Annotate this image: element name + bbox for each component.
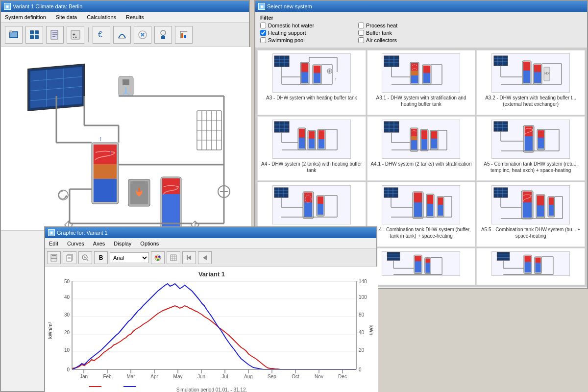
svg-rect-278	[525, 256, 531, 262]
system-card-a61[interactable]	[367, 248, 476, 286]
system-card-a55[interactable]: A5.5 - Combination tank DHW system (bu..…	[476, 182, 585, 247]
chart-btn-grid[interactable]	[167, 251, 180, 264]
filter-buffer-checkbox[interactable]	[358, 30, 364, 36]
menu-calculations[interactable]: Calculations	[85, 13, 118, 21]
chart-btn-zoom[interactable]	[78, 251, 92, 264]
menu-results[interactable]: Results	[124, 13, 146, 21]
menu-system-definition[interactable]: System definition	[3, 13, 48, 21]
chart-window-title: Graphic for: Variant 1	[57, 230, 108, 236]
filter-section: Filter Domestic hot water Process heat H…	[255, 12, 587, 48]
svg-rect-158	[411, 129, 417, 136]
chart-btn-prev[interactable]	[198, 251, 212, 264]
filter-swimming[interactable]: Swimming pool	[260, 37, 348, 43]
svg-text:100: 100	[359, 294, 367, 300]
svg-text:40: 40	[64, 294, 70, 300]
svg-rect-35	[94, 164, 117, 179]
svg-rect-152	[384, 122, 399, 132]
chart-menu-curves[interactable]: Curves	[65, 240, 86, 247]
system-diagram-a61	[382, 251, 460, 276]
svg-rect-146	[318, 139, 324, 148]
chart-menu-axes[interactable]: Axes	[91, 240, 107, 247]
system-card-a62[interactable]	[476, 248, 585, 286]
system-card-a54[interactable]: A5.4 - Combination tank DHW system (buff…	[367, 182, 476, 247]
svg-rect-233	[537, 196, 544, 205]
svg-rect-5	[30, 35, 34, 39]
chart-title-bar: ▣ Graphic for: Variant 1	[45, 227, 376, 238]
svg-line-297	[87, 259, 88, 261]
toolbar-btn-calc[interactable]: +-×÷	[67, 26, 84, 44]
main-menu-bar: System definition Site data Calculations…	[1, 12, 249, 23]
filter-process-heat-checkbox[interactable]	[358, 23, 364, 28]
chart-menu-display[interactable]: Display	[112, 240, 133, 247]
filter-buffer-label: Buffer tank	[366, 30, 392, 36]
chart-btn-bold[interactable]: B	[94, 251, 108, 264]
svg-text:Jul: Jul	[222, 374, 228, 379]
filter-dhw-checkbox[interactable]	[260, 23, 266, 28]
filter-dhw[interactable]: Domestic hot water	[260, 23, 348, 28]
svg-rect-120	[523, 62, 530, 71]
filter-air[interactable]: Air collectors	[358, 37, 446, 43]
chart-btn-palette[interactable]	[151, 251, 165, 264]
toolbar-btn-1[interactable]	[5, 26, 23, 44]
system-card-a4[interactable]: A4 - DHW system (2 tanks) with heating b…	[257, 116, 366, 181]
svg-rect-165	[431, 131, 437, 139]
svg-rect-20	[184, 35, 186, 38]
select-window-icon: ▣	[258, 3, 265, 10]
chart-menu-options[interactable]: Options	[138, 240, 161, 247]
chart-btn-copy[interactable]	[63, 251, 76, 264]
svg-point-301	[155, 256, 157, 258]
svg-rect-264	[415, 256, 421, 261]
toolbar-btn-8[interactable]	[175, 26, 193, 44]
svg-rect-198	[318, 196, 323, 204]
system-diagram-a4	[272, 120, 351, 159]
system-card-a32[interactable]: HX A3.2 - DHW system with heating buffer…	[476, 50, 585, 115]
svg-rect-133	[274, 122, 289, 132]
svg-rect-265	[415, 261, 421, 272]
system-label-a32: A3.2 - DHW system with heating buffer t.…	[480, 95, 582, 107]
system-card-a5[interactable]: A5 - Combination tank DHW system (retu..…	[476, 116, 585, 181]
system-label-a3: A3 - DHW system with heating buffer tank	[266, 95, 357, 101]
filter-process-heat[interactable]: Process heat	[358, 23, 446, 28]
svg-rect-104	[411, 75, 418, 83]
svg-rect-282	[536, 263, 541, 272]
filter-dhw-label: Domestic hot water	[268, 23, 314, 28]
chart-btn-print[interactable]	[47, 251, 61, 264]
svg-rect-1	[10, 32, 17, 37]
svg-rect-205	[384, 188, 398, 197]
toolbar-btn-3[interactable]	[46, 26, 64, 44]
system-card-a41[interactable]: A4.1 - DHW system (2 tanks) with stratif…	[367, 116, 476, 181]
chart-btn-first[interactable]	[182, 251, 196, 264]
svg-rect-260	[388, 252, 400, 260]
system-label-a54: A5.4 - Combination tank DHW system (buff…	[370, 226, 472, 239]
filter-air-checkbox[interactable]	[358, 37, 364, 43]
system-diagram: ↑ ↑	[1, 47, 251, 231]
filter-heating[interactable]: Heating support	[260, 30, 348, 36]
filter-buffer[interactable]: Buffer tank	[358, 30, 446, 36]
system-label-a41: A4.1 - DHW system (2 tanks) with stratif…	[370, 161, 471, 167]
filter-heating-checkbox[interactable]	[260, 30, 266, 36]
svg-rect-214	[427, 195, 433, 204]
toolbar-btn-euro[interactable]: €	[93, 26, 110, 44]
svg-rect-288	[51, 254, 57, 259]
system-card-a3[interactable]: ⊕ ↕ A3 - DHW system with heating buffer …	[257, 50, 366, 115]
svg-rect-199	[318, 204, 323, 215]
svg-rect-82	[314, 66, 320, 73]
filter-row-1: Domestic hot water Process heat	[260, 23, 582, 28]
chart-font-select[interactable]: Arial Times New Roman Courier	[110, 252, 149, 263]
menu-site-data[interactable]: Site data	[54, 13, 79, 21]
svg-point-32	[128, 94, 129, 95]
system-card-a31[interactable]: A3.1 - DHW system with stratification an…	[367, 50, 476, 115]
svg-rect-142	[309, 131, 315, 139]
filter-swimming-checkbox[interactable]	[260, 37, 266, 43]
svg-text:kWh: kWh	[368, 325, 374, 335]
toolbar-btn-7[interactable]	[154, 26, 172, 44]
svg-rect-166	[431, 139, 437, 148]
toolbar-btn-6[interactable]	[134, 26, 151, 44]
toolbar-btn-5[interactable]	[113, 26, 131, 44]
chart-menu-edit[interactable]: Edit	[47, 240, 60, 247]
svg-text:May: May	[173, 374, 183, 379]
svg-rect-139	[299, 129, 305, 138]
toolbar-btn-2[interactable]	[25, 26, 43, 44]
svg-point-302	[158, 256, 160, 258]
svg-text:HX: HX	[544, 71, 550, 75]
